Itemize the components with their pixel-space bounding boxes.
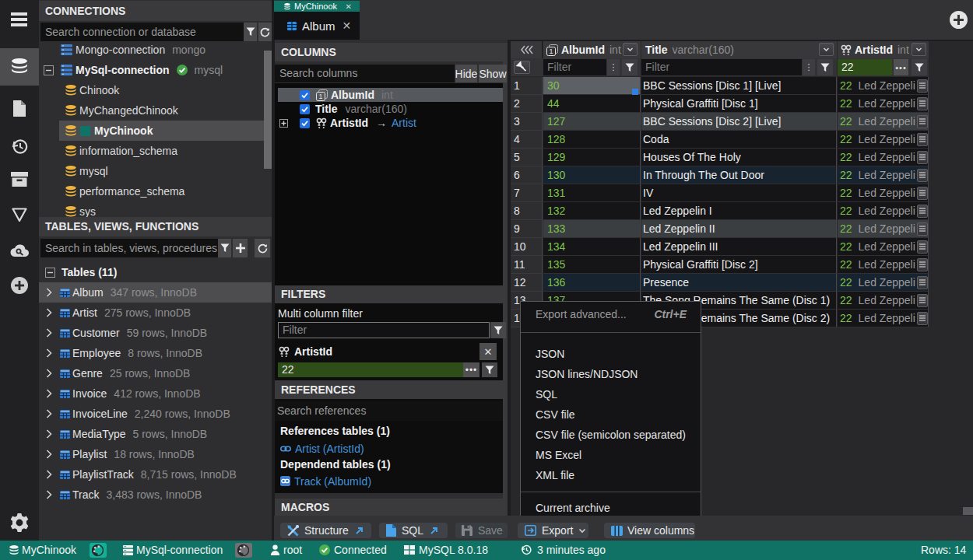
svg-text:1: 1 [549, 47, 553, 55]
svg-text:1: 1 [318, 93, 322, 100]
